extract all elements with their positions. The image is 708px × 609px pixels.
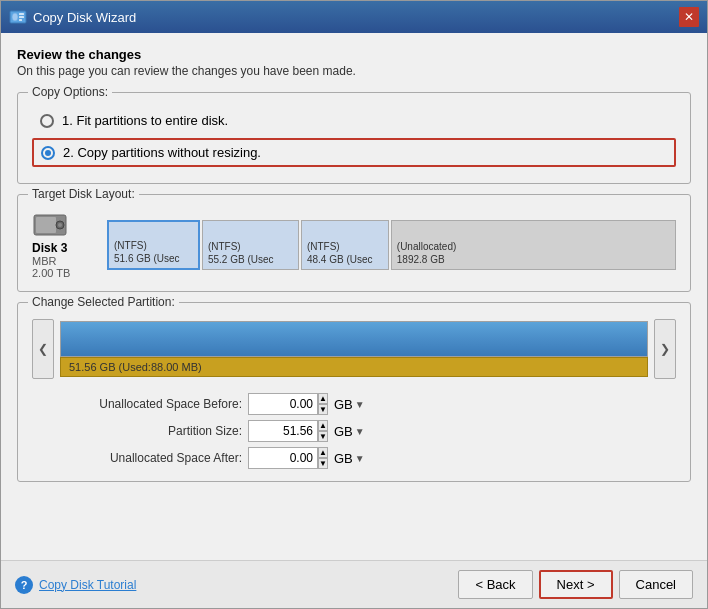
footer-right: < Back Next > Cancel [458, 570, 693, 599]
help-icon[interactable]: ? [15, 576, 33, 594]
partition-editor: ❮ 51.56 GB (Used:88.00 MB) ❯ Unallocated… [32, 313, 676, 469]
partition-bar-inner [61, 322, 647, 356]
unalloc-after-input-wrap: ▲ ▼ [248, 447, 328, 469]
svg-point-1 [12, 13, 18, 21]
unalloc-before-unit[interactable]: GB ▼ [334, 397, 394, 412]
partition-size-unit[interactable]: GB ▼ [334, 424, 394, 439]
radio-label-1: 1. Fit partitions to entire disk. [62, 113, 228, 128]
partition-4[interactable]: (Unallocated) 1892.8 GB [391, 220, 676, 270]
disk-layout: Disk 3 MBR 2.00 TB (NTFS) 51.6 GB (Usec … [32, 205, 676, 279]
cancel-button[interactable]: Cancel [619, 570, 693, 599]
svg-point-8 [58, 223, 62, 227]
partition-bar-wrap: 51.56 GB (Used:88.00 MB) [60, 321, 648, 377]
tutorial-link[interactable]: Copy Disk Tutorial [39, 578, 136, 592]
partition-size-input-wrap: ▲ ▼ [248, 420, 328, 442]
unalloc-after-unit[interactable]: GB ▼ [334, 451, 394, 466]
copy-options-title: Copy Options: [28, 85, 112, 99]
target-disk-group: Target Disk Layout: Disk 3 MBR 2.00 TB [17, 194, 691, 292]
partition-size-spinner: ▲ ▼ [318, 420, 328, 442]
partition-1-size: 51.6 GB (Usec [114, 252, 193, 265]
main-window: Copy Disk Wizard ✕ Review the changes On… [0, 0, 708, 609]
svg-rect-2 [19, 13, 24, 15]
unalloc-before-input[interactable] [248, 393, 318, 415]
radio-option-2[interactable]: 2. Copy partitions without resizing. [32, 138, 676, 167]
unalloc-after-input[interactable] [248, 447, 318, 469]
unalloc-before-down[interactable]: ▼ [318, 404, 328, 415]
unalloc-after-up[interactable]: ▲ [318, 447, 328, 458]
unalloc-after-unit-label: GB [334, 451, 353, 466]
partition-2[interactable]: (NTFS) 55.2 GB (Usec [202, 220, 299, 270]
partition-size-dropdown-arrow: ▼ [355, 426, 365, 437]
radio-option-1[interactable]: 1. Fit partitions to entire disk. [32, 107, 676, 134]
partition-size-up[interactable]: ▲ [318, 420, 328, 431]
partition-size-input[interactable] [248, 420, 318, 442]
partition-4-size: 1892.8 GB [397, 253, 670, 266]
next-button[interactable]: Next > [539, 570, 613, 599]
partition-slider: ❮ 51.56 GB (Used:88.00 MB) ❯ [32, 319, 676, 379]
unalloc-after-label: Unallocated Space After: [62, 451, 242, 465]
partition-3-size: 48.4 GB (Usec [307, 253, 383, 266]
partition-size-label: Partition Size: [62, 424, 242, 438]
copy-options-group: Copy Options: 1. Fit partitions to entir… [17, 92, 691, 184]
svg-rect-6 [36, 217, 56, 233]
unalloc-after-dropdown-arrow: ▼ [355, 453, 365, 464]
partition-2-type: (NTFS) [208, 240, 293, 253]
radio-circle-1 [40, 114, 54, 128]
page-subtitle: On this page you can review the changes … [17, 64, 691, 78]
disk-name: Disk 3 [32, 241, 67, 255]
radio-circle-2 [41, 146, 55, 160]
partition-size-unit-label: GB [334, 424, 353, 439]
unalloc-before-input-wrap: ▲ ▼ [248, 393, 328, 415]
partition-4-type: (Unallocated) [397, 240, 670, 253]
unalloc-before-dropdown-arrow: ▼ [355, 399, 365, 410]
radio-label-2: 2. Copy partitions without resizing. [63, 145, 261, 160]
partition-2-size: 55.2 GB (Usec [208, 253, 293, 266]
unalloc-before-label: Unallocated Space Before: [62, 397, 242, 411]
unalloc-after-down[interactable]: ▼ [318, 458, 328, 469]
back-button[interactable]: < Back [458, 570, 532, 599]
partition-bar-label: 51.56 GB (Used:88.00 MB) [60, 357, 648, 377]
page-title: Review the changes [17, 47, 691, 62]
window-title: Copy Disk Wizard [33, 10, 136, 25]
unalloc-before-spinner: ▲ ▼ [318, 393, 328, 415]
partitions-container: (NTFS) 51.6 GB (Usec (NTFS) 55.2 GB (Use… [107, 220, 676, 270]
partition-1[interactable]: (NTFS) 51.6 GB (Usec [107, 220, 200, 270]
disk-info: Disk 3 MBR 2.00 TB [32, 211, 97, 279]
wizard-icon [9, 8, 27, 26]
partition-3[interactable]: (NTFS) 48.4 GB (Usec [301, 220, 389, 270]
page-header: Review the changes On this page you can … [17, 47, 691, 78]
unalloc-before-unit-label: GB [334, 397, 353, 412]
change-partition-group: Change Selected Partition: ❮ 51.56 GB (U… [17, 302, 691, 482]
svg-rect-4 [19, 19, 22, 21]
footer-left: ? Copy Disk Tutorial [15, 576, 136, 594]
svg-rect-3 [19, 16, 24, 18]
partition-bar-outer [60, 321, 648, 357]
disk-size: 2.00 TB [32, 267, 70, 279]
right-arrow-button[interactable]: ❯ [654, 319, 676, 379]
footer: ? Copy Disk Tutorial < Back Next > Cance… [1, 560, 707, 608]
disk-type: MBR [32, 255, 56, 267]
title-bar-left: Copy Disk Wizard [9, 8, 136, 26]
change-partition-title: Change Selected Partition: [28, 295, 179, 309]
close-button[interactable]: ✕ [679, 7, 699, 27]
unalloc-after-spinner: ▲ ▼ [318, 447, 328, 469]
partition-fields: Unallocated Space Before: ▲ ▼ GB ▼ [62, 393, 676, 469]
left-arrow-button[interactable]: ❮ [32, 319, 54, 379]
target-disk-title: Target Disk Layout: [28, 187, 139, 201]
unalloc-before-up[interactable]: ▲ [318, 393, 328, 404]
partition-1-type: (NTFS) [114, 239, 193, 252]
main-content: Review the changes On this page you can … [1, 33, 707, 560]
disk-drive-icon [32, 211, 68, 239]
partition-3-type: (NTFS) [307, 240, 383, 253]
partition-size-down[interactable]: ▼ [318, 431, 328, 442]
title-bar: Copy Disk Wizard ✕ [1, 1, 707, 33]
